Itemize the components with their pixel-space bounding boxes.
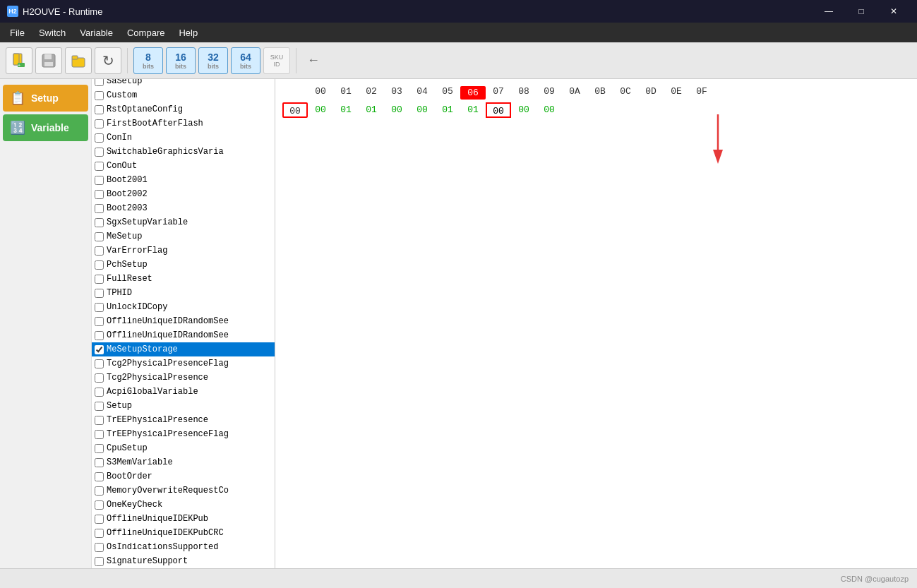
list-item-checkbox[interactable]: [95, 515, 104, 524]
hex-cell: [587, 102, 613, 118]
hex-col-header: 03: [384, 86, 409, 100]
back-button[interactable]: ←: [302, 49, 325, 72]
hex-header-row: 000102030405060708090A0B0C0D0E0F: [282, 86, 910, 100]
bits-64-button[interactable]: 64 bits: [231, 47, 260, 74]
list-item-checkbox[interactable]: [95, 303, 104, 312]
minimize-button[interactable]: —: [813, 0, 845, 23]
list-item[interactable]: Tcg2PhysicalPresenceFlag: [92, 356, 275, 371]
menu-switch[interactable]: Switch: [32, 25, 73, 41]
hex-col-header: 06: [460, 86, 486, 100]
list-item-checkbox[interactable]: [95, 543, 104, 552]
new-button[interactable]: +: [6, 47, 32, 74]
list-item[interactable]: SgxSetupVariable: [92, 215, 275, 229]
refresh-button[interactable]: ↻: [95, 47, 121, 74]
list-item-checkbox[interactable]: [95, 133, 104, 143]
list-item[interactable]: UnlockIDCopy: [92, 300, 275, 314]
list-item-checkbox[interactable]: [95, 331, 104, 340]
list-item-checkbox[interactable]: [95, 402, 104, 411]
list-item[interactable]: SwitchableGraphicsVaria: [92, 145, 275, 159]
list-item-checkbox[interactable]: [95, 529, 104, 538]
hex-cell: 00: [537, 102, 562, 118]
list-item-checkbox[interactable]: [95, 317, 104, 326]
list-item[interactable]: S3MemVariable: [92, 455, 275, 469]
list-item[interactable]: SignatureSupport: [92, 554, 275, 568]
list-item[interactable]: ConIn: [92, 131, 275, 145]
list-item-checkbox[interactable]: [95, 472, 104, 481]
menu-file[interactable]: File: [3, 25, 32, 41]
list-item[interactable]: AcpiGlobalVariable: [92, 385, 275, 399]
list-item-checkbox[interactable]: [95, 260, 104, 270]
list-item-checkbox[interactable]: [95, 430, 104, 439]
list-item[interactable]: MeSetupStorage: [92, 342, 275, 356]
list-item[interactable]: OfflineUniqueIDRandomSee: [92, 328, 275, 342]
list-item[interactable]: ConOut: [92, 159, 275, 173]
list-item[interactable]: Tcg2PhysicalPresence: [92, 371, 275, 385]
list-item[interactable]: OfflineUniqueIDEKPubCRC: [92, 526, 275, 540]
list-scroll[interactable]: TimeoutSaSetupCustomRstOptaneConfigFirst…: [92, 79, 275, 568]
list-item-checkbox[interactable]: [95, 79, 104, 86]
list-item[interactable]: Boot2002: [92, 187, 275, 201]
list-item-checkbox[interactable]: [95, 148, 104, 157]
list-item-checkbox[interactable]: [95, 359, 104, 368]
close-button[interactable]: ✕: [877, 0, 910, 23]
list-item[interactable]: MemoryOverwriteRequestCo: [92, 484, 275, 498]
list-item-checkbox[interactable]: [95, 486, 104, 496]
open-button[interactable]: [65, 47, 92, 74]
list-item[interactable]: OsIndicationsSupported: [92, 540, 275, 554]
list-item-checkbox[interactable]: [95, 91, 104, 100]
sku-id-button[interactable]: SKU ID: [263, 47, 290, 74]
list-item-checkbox[interactable]: [95, 500, 104, 510]
list-item[interactable]: TrEEPhysicalPresenceFlag: [92, 427, 275, 441]
list-item[interactable]: SaSetup: [92, 79, 275, 88]
bits-8-button[interactable]: 8 bits: [133, 47, 163, 74]
list-item-checkbox[interactable]: [95, 557, 104, 566]
list-item-checkbox[interactable]: [95, 444, 104, 453]
menu-compare[interactable]: Compare: [120, 25, 172, 41]
list-item[interactable]: OfflineUniqueIDRandomSee: [92, 314, 275, 328]
sidebar-setup-button[interactable]: 📋 Setup: [3, 85, 88, 112]
toolbar-separator-2: [296, 48, 296, 73]
list-item[interactable]: Custom: [92, 88, 275, 102]
list-item[interactable]: BootOrder: [92, 469, 275, 484]
list-item[interactable]: FullReset: [92, 272, 275, 286]
list-item[interactable]: TrEEPhysicalPresence: [92, 413, 275, 427]
list-item[interactable]: TPHID: [92, 286, 275, 300]
list-item[interactable]: Boot2001: [92, 173, 275, 187]
list-item-checkbox[interactable]: [95, 119, 104, 128]
menu-variable[interactable]: Variable: [73, 25, 120, 41]
list-item-label: MemoryOverwriteRequestCo: [107, 486, 229, 496]
list-item-checkbox[interactable]: [95, 232, 104, 241]
list-item[interactable]: CpuSetup: [92, 441, 275, 455]
list-item[interactable]: Boot2003: [92, 201, 275, 215]
list-item-checkbox[interactable]: [95, 162, 104, 171]
bits-64-label: bits: [240, 63, 251, 70]
sidebar-variable-button[interactable]: 🔢 Variable: [3, 114, 88, 141]
list-item[interactable]: Setup: [92, 399, 275, 413]
list-item-checkbox[interactable]: [95, 416, 104, 425]
list-item[interactable]: MeSetup: [92, 229, 275, 244]
bits-16-button[interactable]: 16 bits: [166, 47, 196, 74]
list-item-checkbox[interactable]: [95, 373, 104, 383]
list-item-checkbox[interactable]: [95, 176, 104, 185]
list-item[interactable]: RstOptaneConfig: [92, 102, 275, 116]
menu-help[interactable]: Help: [172, 25, 205, 41]
list-item-checkbox[interactable]: [95, 289, 104, 298]
list-item[interactable]: PchSetup: [92, 258, 275, 272]
bits-32-button[interactable]: 32 bits: [198, 47, 228, 74]
list-item-checkbox[interactable]: [95, 204, 104, 213]
list-item-checkbox[interactable]: [95, 275, 104, 284]
save-button[interactable]: [35, 47, 62, 74]
list-item[interactable]: VarErrorFlag: [92, 244, 275, 258]
hex-cell: 00: [486, 102, 511, 118]
list-item-checkbox[interactable]: [95, 345, 104, 354]
list-item-checkbox[interactable]: [95, 190, 104, 199]
list-item[interactable]: OfflineUniqueIDEKPub: [92, 512, 275, 526]
list-item-checkbox[interactable]: [95, 218, 104, 227]
list-item-checkbox[interactable]: [95, 388, 104, 397]
list-item-checkbox[interactable]: [95, 458, 104, 467]
list-item[interactable]: OneKeyCheck: [92, 498, 275, 512]
maximize-button[interactable]: □: [845, 0, 877, 23]
list-item-checkbox[interactable]: [95, 246, 104, 256]
list-item[interactable]: FirstBootAfterFlash: [92, 116, 275, 131]
list-item-checkbox[interactable]: [95, 105, 104, 114]
